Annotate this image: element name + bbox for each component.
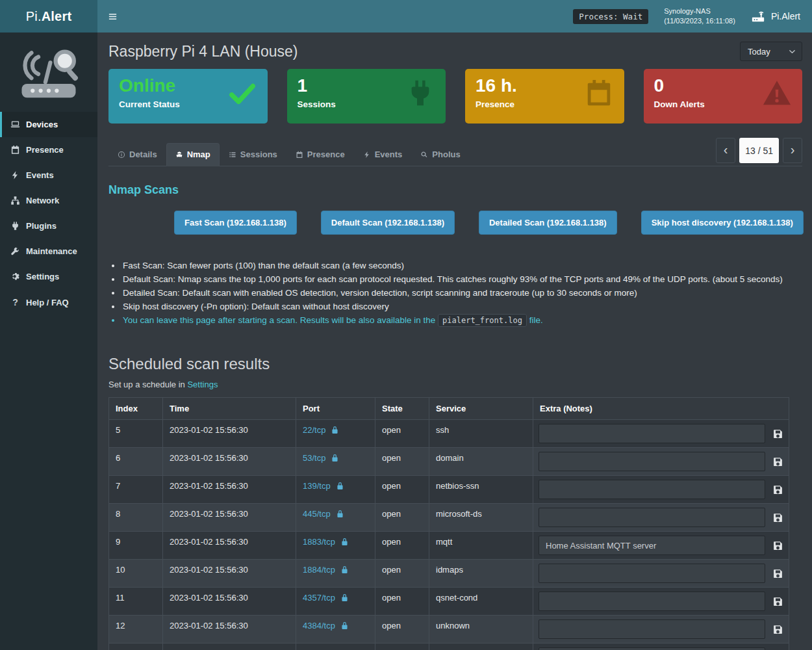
save-note-button[interactable] [772,456,783,467]
cell-service: idmaps [429,560,533,588]
cell-index: 10 [109,560,163,588]
settings-link[interactable]: Settings [187,380,218,389]
save-note-button[interactable] [772,540,783,551]
cell-index: 13 [109,644,163,650]
cell-index: 9 [109,532,163,560]
user-menu[interactable]: Pi.Alert [751,9,800,23]
device-tabs: Details Nmap Sessions Presence Events Ph… [108,143,470,166]
cell-index: 8 [109,504,163,532]
cell-service: polipo [429,644,533,650]
note-input[interactable] [539,564,765,583]
tab-presence[interactable]: Presence [286,143,354,166]
note-input[interactable] [539,536,765,555]
fast-scan-button[interactable]: Fast Scan (192.168.1.138) [174,211,297,235]
host-name: Synology-NAS [664,6,735,16]
sidebar-item-presence[interactable]: Presence [0,137,97,162]
cell-index: 6 [109,448,163,476]
cell-service: netbios-ssn [429,476,533,504]
cell-port: 53/tcp [296,448,375,476]
lock-icon [331,426,339,434]
tab-pholus[interactable]: Pholus [411,143,469,166]
log-note-suffix: file. [527,315,543,325]
table-row: 10 2023-01-02 15:56:30 1884/tcp open idm… [109,560,789,588]
port-link[interactable]: 139/tcp [303,481,331,491]
period-select[interactable]: Today [740,42,802,61]
tab-label: Presence [307,150,345,159]
chevron-right-icon: › [791,142,795,157]
cell-time: 2023-01-02 15:56:30 [163,588,296,616]
note-input[interactable] [539,508,765,527]
app-logo[interactable]: Pi.Alert [0,0,97,32]
period-select-value: Today [748,47,770,57]
save-note-button[interactable] [772,596,783,607]
port-link[interactable]: 1883/tcp [303,537,335,547]
save-icon [772,540,783,551]
note-input[interactable] [539,647,765,650]
cell-index: 12 [109,616,163,644]
save-icon [772,624,783,635]
port-link[interactable]: 22/tcp [303,425,325,435]
save-note-button[interactable] [772,428,783,439]
table-row: 13 2023-01-02 15:56:30 8123/tcp open pol… [109,644,789,650]
skip-host-discovery-button[interactable]: Skip host discovery (192.168.1.138) [641,211,804,235]
sidebar-item-events[interactable]: Events [0,162,97,188]
cell-state: open [375,504,429,532]
app-logo-bold: Alert [42,9,72,24]
note-input[interactable] [539,424,765,443]
port-link[interactable]: 445/tcp [303,509,331,519]
status-card-current-status: Online Current Status [108,69,268,124]
tab-details[interactable]: Details [108,143,166,166]
next-device-button[interactable]: › [783,138,802,163]
save-icon [772,428,783,439]
tab-events[interactable]: Events [354,143,412,166]
table-header-row: Index Time Port State Service Extra (Not… [109,398,789,420]
laptop-icon [10,120,20,129]
gear-icon [10,272,20,281]
sidebar-item-settings[interactable]: Settings [0,264,97,289]
sidebar-item-label: Plugins [26,221,57,231]
log-file-chip: pialert_front.log [438,314,527,327]
port-link[interactable]: 1884/tcp [303,565,335,575]
sidebar-item-devices[interactable]: Devices [0,112,97,137]
calendar-icon [10,145,20,155]
sitemap-icon [10,196,20,205]
sidebar-item-help[interactable]: ? Help / FAQ [0,289,97,315]
tab-label: Details [129,150,157,159]
bullet-detailed-scan: Detailed Scan: Default scan with enabled… [121,286,802,300]
sidebar-item-plugins[interactable]: Plugins [0,213,97,239]
tab-label: Pholus [432,150,460,159]
cell-time: 2023-01-02 15:56:30 [163,644,296,650]
plug-icon [10,221,20,231]
cell-index: 5 [109,420,163,448]
save-note-button[interactable] [772,484,783,495]
save-icon [772,596,783,607]
note-input[interactable] [539,480,765,499]
note-input[interactable] [539,619,765,639]
note-input[interactable] [539,452,765,471]
cell-time: 2023-01-02 15:56:30 [163,420,296,448]
sidebar-item-label: Network [26,196,59,205]
device-page-indicator: 13 / 51 [739,138,779,163]
prev-device-button[interactable]: ‹ [716,138,735,163]
note-input[interactable] [539,592,765,611]
cell-index: 7 [109,476,163,504]
router-icon [751,9,765,23]
sidebar-toggle-button[interactable] [108,12,118,21]
sidebar-item-maintenance[interactable]: Maintenance [0,239,97,264]
save-note-button[interactable] [772,568,783,579]
bolt-icon [10,170,20,180]
tab-nmap[interactable]: Nmap [166,143,220,166]
detailed-scan-button[interactable]: Detailed Scan (192.168.1.138) [479,211,617,235]
port-link[interactable]: 4384/tcp [303,621,335,630]
tab-sessions[interactable]: Sessions [220,143,286,166]
sidebar-item-network[interactable]: Network [0,188,97,213]
port-link[interactable]: 53/tcp [303,453,325,463]
save-note-button[interactable] [772,512,783,523]
user-menu-label: Pi.Alert [771,11,800,21]
ship-icon [175,151,183,159]
save-note-button[interactable] [772,624,783,635]
port-link[interactable]: 4357/tcp [303,593,335,603]
col-header-index: Index [109,398,163,420]
default-scan-button[interactable]: Default Scan (192.168.1.138) [321,211,455,235]
scheduled-results-heading: Scheduled scan results [108,355,802,373]
